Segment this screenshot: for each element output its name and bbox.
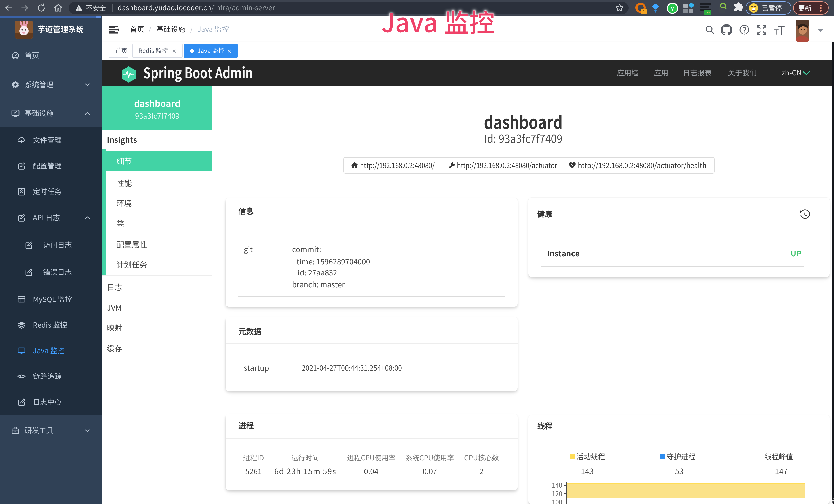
svg-text:1: 1	[643, 9, 645, 14]
svg-text:on: on	[706, 10, 710, 14]
svg-text:y: y	[671, 5, 674, 11]
